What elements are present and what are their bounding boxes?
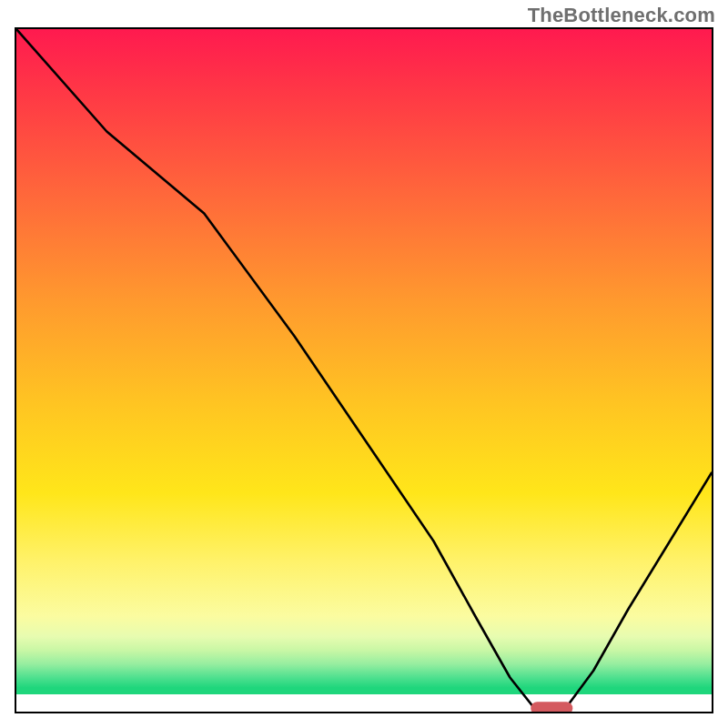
curve-svg	[16, 29, 712, 712]
plot-area	[15, 27, 713, 713]
watermark-text: TheBottleneck.com	[528, 4, 715, 27]
optimum-marker	[531, 702, 572, 712]
bottleneck-curve	[16, 29, 712, 708]
chart-frame: TheBottleneck.com	[0, 0, 728, 728]
